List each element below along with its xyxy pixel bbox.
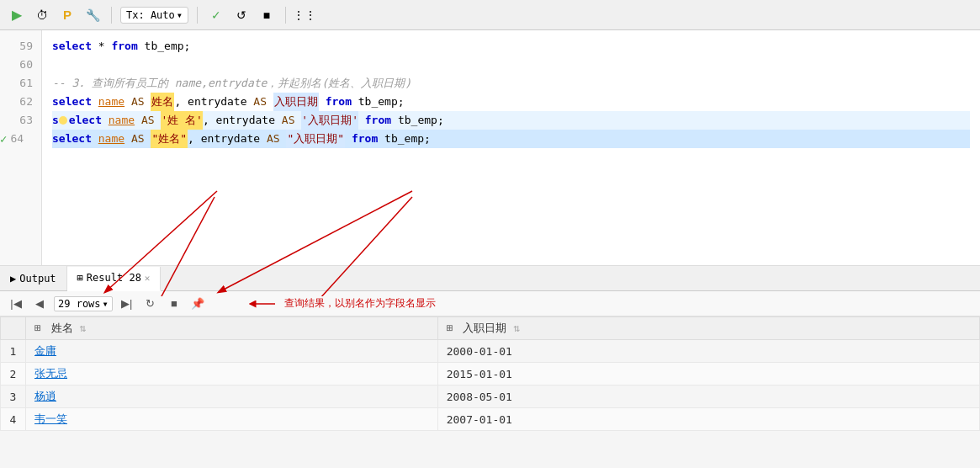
cell-date-2: 2015-01-01 — [437, 363, 979, 386]
table-icon: ⊞ — [77, 272, 83, 284]
col-icon-name: ⊞ — [34, 322, 41, 334]
cell-name-4: 韦一笑 — [26, 408, 438, 431]
th-entrydate-label: 入职日期 — [463, 322, 506, 334]
settings-button[interactable]: 🔧 — [82, 5, 103, 25]
pin-button[interactable]: 📌 — [188, 295, 207, 313]
stop-button[interactable]: ■ — [257, 5, 277, 25]
commit-button[interactable]: ✓ — [206, 5, 226, 25]
table-row: 3 杨逍 2008-05-01 — [1, 386, 980, 408]
kw-select-59: select — [52, 37, 92, 56]
result-toolbar: |◀ ◀ 29 rows ▾ ▶| ↻ ■ 📌 查询结果，以别名作为字段名显示 — [0, 291, 980, 316]
cell-date-4: 2007-01-01 — [437, 408, 979, 431]
code-line-60 — [52, 56, 970, 74]
sort-icon-date[interactable]: ⇅ — [513, 322, 520, 334]
rollback-button[interactable]: ↺ — [231, 5, 252, 25]
annotation-area: 查询结果，以别名作为字段名显示 — [246, 295, 436, 312]
tabs-bar: ▶ Output ⊞ Result 28 ✕ — [0, 266, 980, 291]
editor-wrapper: 59 60 61 62 63 ✓ 64 select * from tb_emp… — [0, 30, 980, 266]
sort-icon-name[interactable]: ⇅ — [79, 322, 86, 334]
profile-button[interactable]: P — [57, 5, 77, 25]
code-line-62: select name AS 姓名 , entrydate AS 入职日期 fr… — [52, 93, 970, 111]
tx-label: Tx: Auto — [126, 9, 175, 21]
stop-result-button[interactable]: ■ — [165, 295, 183, 313]
code-line-61: -- 3. 查询所有员工的 name,entrydate，并起别名(姓名、入职日… — [52, 74, 970, 93]
table-row: 2 张无忌 2015-01-01 — [1, 363, 980, 386]
first-page-button[interactable]: |◀ — [7, 295, 25, 313]
divider2 — [197, 7, 198, 24]
table-header-row: ⊞ 姓名 ⇅ ⊞ 入职日期 ⇅ — [1, 317, 980, 340]
cell-date-3: 2008-05-01 — [437, 386, 979, 408]
row-num-3: 3 — [1, 386, 26, 408]
code-line-63: select name AS '姓 名' , entrydate AS '入职日… — [52, 111, 970, 130]
rows-select[interactable]: 29 rows ▾ — [54, 296, 113, 311]
line-num-60: 60 — [0, 56, 41, 74]
check-icon: ✓ — [0, 130, 7, 148]
divider3 — [285, 7, 286, 24]
format-button[interactable]: ⋮⋮ — [294, 5, 315, 25]
cell-name-2: 张无忌 — [26, 363, 438, 386]
line-num-64: ✓ 64 — [0, 130, 41, 148]
th-entrydate[interactable]: ⊞ 入职日期 ⇅ — [437, 317, 979, 340]
cell-name-1: 金庸 — [26, 340, 438, 363]
timer-button[interactable]: ⏱ — [32, 5, 52, 25]
kw-from-59: from — [111, 37, 137, 56]
tab-output[interactable]: ▶ Output — [0, 266, 67, 290]
code-line-64: select name AS "姓名" , entrydate AS "入职日期… — [52, 130, 970, 148]
table-body: 1 金庸 2000-01-01 2 张无忌 2015-01-01 3 杨逍 20… — [1, 340, 980, 431]
code-line-59: select * from tb_emp; — [52, 37, 970, 56]
th-rownum — [1, 317, 26, 340]
result-table: ⊞ 姓名 ⇅ ⊞ 入职日期 ⇅ 1 金庸 2000-01-01 — [0, 316, 980, 431]
cell-date-1: 2000-01-01 — [437, 340, 979, 363]
editor[interactable]: 59 60 61 62 63 ✓ 64 select * from tb_emp… — [0, 30, 980, 266]
main-toolbar: ▶ ⏱ P 🔧 Tx: Auto ▾ ✓ ↺ ■ ⋮⋮ — [0, 0, 980, 30]
annotation-text: 查询结果，以别名作为字段名显示 — [284, 296, 436, 311]
th-name-label: 姓名 — [51, 322, 73, 334]
line-num-61: 61 — [0, 74, 41, 93]
table-row: 4 韦一笑 2007-01-01 — [1, 408, 980, 431]
tab-close-icon[interactable]: ✕ — [145, 273, 151, 284]
table-row: 1 金庸 2000-01-01 — [1, 340, 980, 363]
tab-result28-label: Result 28 — [87, 272, 141, 284]
tab-result28[interactable]: ⊞ Result 28 ✕ — [67, 267, 162, 291]
run-button[interactable]: ▶ — [7, 5, 27, 25]
divider1 — [111, 7, 112, 24]
line-num-59: 59 — [0, 37, 41, 56]
row-num-2: 2 — [1, 363, 26, 386]
chevron-down-icon: ▾ — [177, 9, 183, 21]
th-name[interactable]: ⊞ 姓名 ⇅ — [26, 317, 438, 340]
row-num-4: 4 — [1, 408, 26, 431]
annotation-arrow-svg — [246, 295, 279, 312]
dot-indicator — [59, 116, 67, 125]
prev-page-button[interactable]: ◀ — [30, 295, 49, 313]
next-page-button[interactable]: ▶| — [118, 295, 136, 313]
line-num-64-label: 64 — [10, 130, 24, 148]
tab-output-label: Output — [19, 273, 56, 285]
row-num-1: 1 — [1, 340, 26, 363]
line-numbers: 59 60 61 62 63 ✓ 64 — [0, 30, 42, 265]
refresh-button[interactable]: ↻ — [141, 295, 160, 313]
comment-61: -- 3. 查询所有员工的 name,entrydate，并起别名(姓名、入职日… — [52, 74, 411, 93]
rows-count: 29 rows — [58, 298, 101, 310]
chevron-rows-icon: ▾ — [103, 298, 109, 310]
cell-name-3: 杨逍 — [26, 386, 438, 408]
table-wrapper[interactable]: ⊞ 姓名 ⇅ ⊞ 入职日期 ⇅ 1 金庸 2000-01-01 — [0, 316, 980, 468]
bottom-panel: ▶ Output ⊞ Result 28 ✕ |◀ ◀ 29 rows ▾ ▶|… — [0, 266, 980, 468]
line-num-63: 63 — [0, 111, 41, 130]
output-icon: ▶ — [10, 273, 16, 285]
col-icon-date: ⊞ — [447, 322, 453, 334]
line-num-62: 62 — [0, 93, 41, 111]
tx-select[interactable]: Tx: Auto ▾ — [120, 7, 188, 24]
code-area[interactable]: select * from tb_emp; -- 3. 查询所有员工的 name… — [42, 30, 980, 265]
